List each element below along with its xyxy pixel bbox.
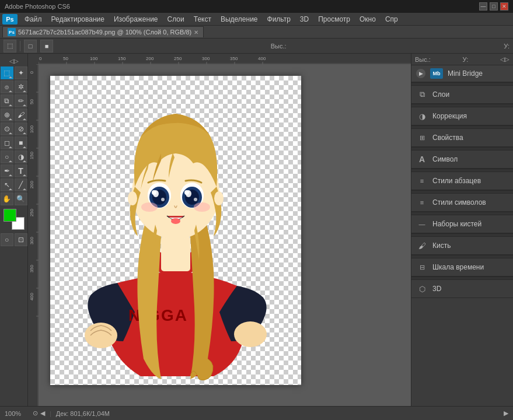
tool-blur[interactable]: ○ bbox=[1, 150, 13, 163]
tool-row-7: ○ ◑ bbox=[1, 150, 27, 163]
panel-layers[interactable]: ⧉ Слои bbox=[411, 86, 513, 104]
tool-text[interactable]: T bbox=[15, 164, 27, 177]
menu-select[interactable]: Выделение bbox=[216, 14, 263, 24]
panel-brush-presets[interactable]: — Наборы кистей bbox=[411, 215, 513, 233]
mini-bridge-icon: Mb bbox=[430, 68, 443, 79]
tool-row-2: ⌾ ✲ bbox=[1, 80, 27, 93]
svg-point-63 bbox=[214, 191, 224, 205]
status-separator: | bbox=[50, 410, 51, 417]
tool-magic-wand[interactable]: ✲ bbox=[15, 80, 27, 93]
svg-text:350: 350 bbox=[230, 56, 238, 61]
symbol-label: Символ bbox=[432, 155, 458, 163]
panel-paragraph-styles[interactable]: ≡ Стили абзацев bbox=[411, 172, 513, 190]
tab-close-icon[interactable]: ✕ bbox=[194, 29, 198, 36]
tool-zoom[interactable]: 🔍 bbox=[15, 192, 27, 205]
tool-shape[interactable]: ╱ bbox=[15, 178, 27, 191]
menu-edit[interactable]: Редактирование bbox=[47, 14, 109, 24]
paragraph-styles-icon: ≡ bbox=[416, 175, 428, 187]
app-title: Adobe Photoshop CS6 bbox=[5, 3, 70, 10]
opt-btn-2[interactable]: □ bbox=[24, 40, 37, 52]
tool-pen[interactable]: ✒ bbox=[1, 164, 13, 177]
menu-file[interactable]: Файл bbox=[20, 14, 47, 24]
title-bar-controls[interactable]: — □ ✕ bbox=[479, 2, 508, 10]
tool-eyedropper[interactable]: ✏ bbox=[15, 94, 27, 107]
menu-filter[interactable]: Фильтр bbox=[263, 14, 295, 24]
brush-presets-label: Наборы кистей bbox=[432, 220, 481, 228]
panel-char-styles[interactable]: ≡ Стили символов bbox=[411, 194, 513, 212]
maximize-button[interactable]: □ bbox=[490, 2, 498, 10]
opt-btn-3[interactable]: ■ bbox=[40, 40, 53, 52]
play-button-icon[interactable]: ▶ bbox=[416, 69, 425, 78]
tool-clone[interactable]: ⊙ bbox=[1, 123, 13, 135]
tool-path-select[interactable]: ↖ bbox=[1, 178, 13, 191]
svg-text:250: 250 bbox=[29, 208, 34, 216]
panel-label-y: У: bbox=[463, 56, 469, 63]
next-frame-btn[interactable]: ▶ bbox=[504, 410, 508, 417]
opt-selection-btn[interactable]: ⬚ bbox=[4, 40, 16, 52]
svg-text:50: 50 bbox=[63, 56, 68, 61]
menu-help[interactable]: Спр bbox=[381, 14, 403, 24]
svg-text:300: 300 bbox=[202, 56, 210, 61]
svg-text:150: 150 bbox=[29, 151, 34, 159]
tool-gradient[interactable]: ■ bbox=[15, 136, 27, 149]
prev-frame-btn[interactable]: ◀ bbox=[40, 410, 45, 417]
tool-dodge[interactable]: ◑ bbox=[15, 150, 27, 163]
foreground-color[interactable] bbox=[4, 209, 16, 222]
corrections-icon: ◑ bbox=[416, 110, 428, 122]
tool-marquee[interactable]: ⬚ bbox=[1, 66, 13, 79]
tool-hand[interactable]: ✋ bbox=[1, 192, 13, 205]
char-styles-label: Стили символов bbox=[432, 198, 486, 206]
menu-window[interactable]: Окно bbox=[355, 14, 381, 24]
tool-row-3: ⧉ ✏ bbox=[1, 94, 27, 107]
tab-bar: Ps 5671ac27b7c2b151ac087b49.png @ 100% (… bbox=[0, 26, 513, 38]
svg-point-62 bbox=[128, 191, 137, 205]
panel-mini-bridge[interactable]: ▶ Mb Mini Bridge bbox=[411, 65, 513, 82]
tool-screen-mode[interactable]: ⊡ bbox=[15, 233, 27, 246]
tool-quick-mask[interactable]: ○ bbox=[1, 233, 13, 246]
svg-point-43 bbox=[234, 321, 267, 347]
close-button[interactable]: ✕ bbox=[500, 2, 508, 10]
left-toolbar: ◁▷ ⬚ ✦ ⌾ ✲ ⧉ ✏ ⊕ 🖌 ⊙ ⊘ ◻ ■ ○ ◑ ✒ bbox=[0, 54, 28, 406]
panel-timeline[interactable]: ⊟ Шкала времени bbox=[411, 258, 513, 276]
minimize-button[interactable]: — bbox=[479, 2, 487, 10]
svg-text:150: 150 bbox=[118, 56, 126, 61]
3d-label: 3D bbox=[432, 285, 441, 293]
tool-move[interactable]: ✦ bbox=[15, 66, 27, 79]
panel-brush[interactable]: 🖌 Кисть bbox=[411, 237, 513, 255]
svg-text:0: 0 bbox=[39, 56, 42, 61]
brush-icon: 🖌 bbox=[416, 240, 428, 251]
tool-brush[interactable]: 🖌 bbox=[15, 108, 27, 121]
menu-layers[interactable]: Слои bbox=[163, 14, 189, 24]
tool-spot-heal[interactable]: ⊕ bbox=[1, 108, 13, 121]
ruler-vertical: 0 50 100 150 200 250 300 350 400 bbox=[28, 64, 39, 406]
canvas-viewport: NIGGA bbox=[39, 64, 411, 406]
anime-svg: NIGGA bbox=[65, 79, 287, 382]
tool-eraser[interactable]: ◻ bbox=[1, 136, 13, 149]
3d-icon: ⬡ bbox=[416, 283, 428, 295]
panel-toggle-arrow[interactable]: ◁▷ bbox=[500, 56, 509, 62]
opt-sep-1 bbox=[20, 41, 20, 51]
tab-file[interactable]: Ps 5671ac27b7c2b151ac087b49.png @ 100% (… bbox=[2, 26, 204, 37]
options-bar: ⬚ □ ■ Выс.: У: bbox=[0, 38, 513, 54]
svg-point-60 bbox=[141, 202, 158, 212]
svg-rect-45 bbox=[161, 236, 190, 271]
status-bar: 100% ⊙ ◀ | Дек: 801,6К/1,04М ▶ bbox=[0, 406, 513, 420]
zoom-level: 100% bbox=[5, 410, 28, 417]
panel-symbol[interactable]: A Символ bbox=[411, 150, 513, 169]
tool-lasso[interactable]: ⌾ bbox=[1, 80, 13, 93]
svg-text:300: 300 bbox=[29, 236, 34, 244]
panel-3d[interactable]: ⬡ 3D bbox=[411, 280, 513, 298]
menu-view[interactable]: Просмотр bbox=[313, 14, 355, 24]
brush-label: Кисть bbox=[432, 242, 451, 250]
tool-crop[interactable]: ⧉ bbox=[1, 94, 13, 107]
menu-3d[interactable]: 3D bbox=[295, 14, 313, 24]
char-styles-icon: ≡ bbox=[416, 197, 428, 208]
zoom-icon[interactable]: ⊙ bbox=[33, 410, 38, 417]
svg-text:400: 400 bbox=[29, 292, 34, 300]
panel-properties[interactable]: ⊞ Свойства bbox=[411, 129, 513, 147]
panel-corrections[interactable]: ◑ Коррекция bbox=[411, 107, 513, 125]
toolbar-toggle[interactable]: ◁▷ bbox=[0, 56, 27, 65]
menu-image[interactable]: Изображение bbox=[109, 14, 163, 24]
menu-text[interactable]: Текст bbox=[189, 14, 216, 24]
tool-history[interactable]: ⊘ bbox=[15, 123, 27, 135]
